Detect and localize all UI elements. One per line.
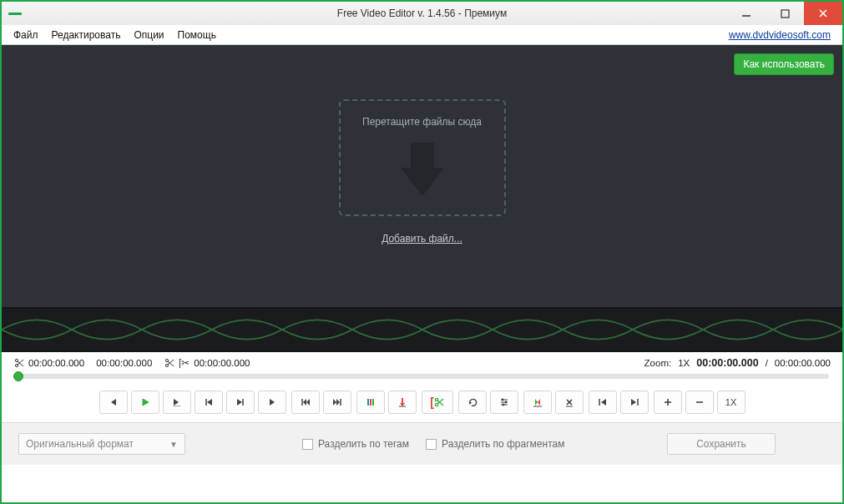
- vendor-link[interactable]: www.dvdvideosoft.com: [729, 29, 837, 41]
- scissors-bracket-icon: [✂: [179, 357, 190, 369]
- nudge-left-button[interactable]: [589, 391, 617, 414]
- maximize-button[interactable]: [766, 2, 804, 25]
- nudge-right-button[interactable]: [620, 391, 649, 414]
- svg-marker-15: [174, 399, 179, 406]
- menu-options[interactable]: Опции: [127, 29, 170, 41]
- play-button[interactable]: [131, 391, 159, 414]
- time-start: 00:00:00.000: [28, 358, 84, 368]
- zoom-out-button[interactable]: [685, 391, 714, 414]
- window-title: Free Video Editor v. 1.4.56 - Премиум: [337, 8, 507, 19]
- settings-button[interactable]: [490, 391, 518, 414]
- app-icon: [8, 13, 22, 15]
- svg-marker-52: [601, 399, 606, 406]
- zoom-label: Zoom:: [644, 358, 672, 368]
- how-to-use-button[interactable]: Как использовать: [734, 53, 834, 75]
- save-label: Сохранить: [696, 438, 746, 450]
- split-tags-label: Разделить по тегам: [318, 438, 409, 450]
- speed-button[interactable]: 1X: [717, 391, 745, 414]
- jump-start-button[interactable]: [291, 391, 320, 414]
- svg-point-40: [501, 399, 503, 401]
- split-fragments-label: Разделить по фрагментам: [442, 438, 564, 450]
- trim-in-button[interactable]: [523, 391, 552, 414]
- scissors-start-icon: [13, 357, 25, 369]
- menu-edit[interactable]: Редактировать: [45, 29, 128, 41]
- footer: Оригинальный формат ▼ Разделить по тегам…: [2, 422, 842, 465]
- rotate-button[interactable]: [458, 391, 487, 414]
- checkbox-icon: [426, 439, 437, 450]
- svg-marker-14: [143, 399, 149, 406]
- step-forward-button[interactable]: [258, 391, 286, 414]
- arrow-down-icon: [401, 168, 444, 196]
- preview-area: Как использовать Перетащите файлы сюда Д…: [2, 45, 842, 307]
- time-info-row: 00:00:00.000 00:00:00.000 [✂ 00:00:00.00…: [2, 352, 842, 370]
- drop-label: Перетащите файлы сюда: [346, 116, 499, 128]
- play-marked-button[interactable]: [163, 391, 191, 414]
- svg-marker-53: [631, 399, 636, 406]
- close-button[interactable]: [804, 2, 842, 25]
- svg-rect-1: [781, 10, 789, 18]
- jump-end-button[interactable]: [323, 391, 351, 414]
- seek-thumb[interactable]: [13, 371, 23, 381]
- zoom-in-button[interactable]: [654, 391, 682, 414]
- split-tags-checkbox[interactable]: Разделить по тегам: [302, 438, 409, 450]
- minimize-button[interactable]: [727, 2, 766, 25]
- svg-marker-25: [333, 399, 336, 406]
- window-controls: [727, 2, 842, 25]
- caret-down-icon: ▼: [169, 440, 178, 449]
- step-back-button[interactable]: [99, 391, 128, 414]
- menu-help[interactable]: Помощь: [171, 29, 223, 41]
- next-frame-button[interactable]: [226, 391, 255, 414]
- checkbox-icon: [302, 439, 313, 450]
- zoom-value: 1X: [678, 358, 690, 368]
- svg-marker-45: [535, 399, 538, 406]
- cut-button[interactable]: [: [422, 391, 453, 414]
- svg-text:[✂: [✂: [179, 358, 190, 368]
- markers-button[interactable]: [356, 391, 385, 414]
- svg-marker-26: [336, 399, 340, 406]
- drop-zone[interactable]: Перетащите файлы сюда: [339, 99, 506, 216]
- format-combo[interactable]: Оригинальный формат ▼: [18, 433, 185, 455]
- waveform[interactable]: [2, 307, 842, 352]
- time-separator: /: [766, 358, 768, 368]
- svg-marker-32: [400, 403, 405, 406]
- titlebar: Free Video Editor v. 1.4.56 - Премиум: [2, 2, 842, 25]
- save-button[interactable]: Сохранить: [667, 433, 776, 455]
- svg-point-42: [504, 401, 507, 404]
- toolbar: [ 1X: [2, 387, 842, 422]
- menubar: Файл Редактировать Опции Помощь www.dvdv…: [2, 25, 842, 45]
- add-file-link[interactable]: Добавить файл...: [382, 233, 462, 244]
- time-end: 00:00:00.000: [194, 358, 250, 368]
- scissors-end-icon: [164, 357, 175, 369]
- time-total: 00:00:00.000: [775, 358, 831, 368]
- menu-file[interactable]: Файл: [7, 29, 45, 41]
- split-fragments-checkbox[interactable]: Разделить по фрагментам: [426, 438, 564, 450]
- format-label: Оригинальный формат: [26, 438, 134, 450]
- time-selection: 00:00:00.000: [96, 358, 152, 368]
- svg-marker-19: [237, 399, 242, 406]
- svg-marker-24: [306, 399, 310, 406]
- svg-marker-23: [303, 399, 306, 406]
- svg-marker-46: [538, 399, 540, 406]
- insert-marker-button[interactable]: [388, 391, 417, 414]
- svg-marker-18: [207, 399, 212, 406]
- seek-slider[interactable]: [2, 370, 842, 387]
- time-current: 00:00:00.000: [696, 357, 758, 369]
- svg-point-44: [502, 404, 504, 406]
- remove-selection-button[interactable]: [555, 391, 584, 414]
- svg-marker-21: [270, 399, 275, 406]
- svg-marker-13: [111, 399, 116, 406]
- prev-frame-button[interactable]: [195, 391, 223, 414]
